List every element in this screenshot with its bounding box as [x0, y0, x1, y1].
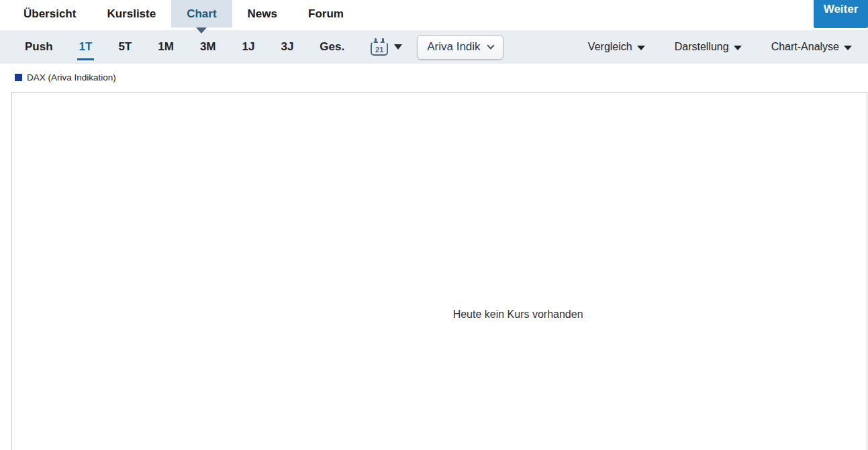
range-button-1t[interactable]: 1T	[79, 40, 93, 54]
chevron-down-icon	[487, 42, 494, 49]
range-button-3j[interactable]: 3J	[281, 40, 293, 54]
range-button-ges[interactable]: Ges.	[320, 40, 344, 54]
range-button-1j[interactable]: 1J	[242, 40, 255, 54]
range-button-1m[interactable]: 1M	[158, 40, 174, 54]
chart-legend: DAX (Ariva Indikation)	[0, 64, 868, 89]
weiter-button[interactable]: Weiter	[814, 0, 868, 28]
nav-tab-news[interactable]: News	[232, 0, 293, 27]
menu-vergleich-label: Vergleich	[588, 41, 632, 53]
range-button-push[interactable]: Push	[25, 40, 53, 54]
caret-down-icon	[844, 46, 852, 50]
caret-down-icon	[734, 46, 742, 50]
indicator-dropdown-label: Ariva Indik	[427, 40, 480, 54]
nav-tab-chart[interactable]: Chart	[171, 0, 232, 27]
chart-empty-message: Heute kein Kurs vorhanden	[453, 308, 583, 321]
nav-tab-uebersicht[interactable]: Übersicht	[8, 0, 91, 27]
chart-toolbar: Push 1T 5T 1M 3M 1J 3J Ges. 21 Ariva Ind…	[0, 30, 868, 64]
chart-area: Heute kein Kurs vorhanden	[11, 92, 867, 450]
calendar-icon: 21	[371, 42, 388, 56]
top-navigation: Übersicht Kursliste Chart News Forum Wei…	[0, 0, 868, 27]
menu-vergleich[interactable]: Vergleich	[588, 41, 645, 53]
caret-down-icon	[637, 46, 645, 50]
menu-darstellung[interactable]: Darstellung	[675, 41, 742, 53]
active-tab-caret-icon	[196, 27, 207, 34]
calendar-dropdown-caret-icon	[394, 44, 402, 50]
nav-tab-kursliste[interactable]: Kursliste	[91, 0, 171, 27]
series-label: DAX (Ariva Indikation)	[27, 72, 116, 82]
date-picker-button[interactable]: 21	[371, 38, 402, 56]
range-button-3m[interactable]: 3M	[200, 40, 216, 54]
range-button-5t[interactable]: 5T	[118, 40, 132, 54]
series-color-swatch	[15, 74, 22, 81]
menu-darstellung-label: Darstellung	[675, 41, 729, 53]
menu-chart-analyse[interactable]: Chart-Analyse	[771, 41, 852, 53]
toolbar-right-menus: Vergleich Darstellung Chart-Analyse	[588, 41, 855, 53]
indicator-dropdown[interactable]: Ariva Indik	[417, 35, 503, 60]
nav-tab-forum[interactable]: Forum	[293, 0, 359, 27]
menu-chart-analyse-label: Chart-Analyse	[771, 41, 839, 53]
nav-tab-chart-label: Chart	[187, 7, 216, 21]
